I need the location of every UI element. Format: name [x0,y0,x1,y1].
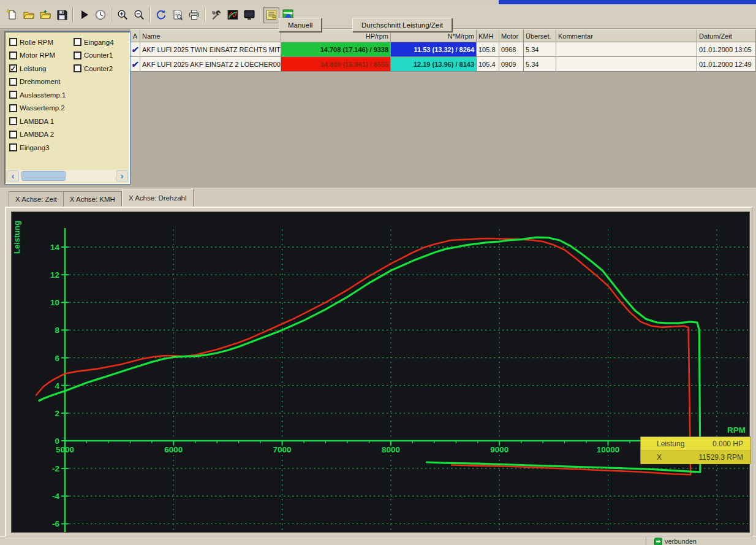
y-tick-label: -4 [52,492,59,501]
channel-column-1: Rolle RPMMotor RPM✓LeistungDrehmomentAus… [9,36,74,169]
print-preview-button[interactable] [169,7,186,23]
checkbox[interactable] [9,78,17,86]
save-button[interactable] [53,7,70,23]
open-folder-button[interactable] [20,7,37,23]
channel-label: Wassertemp.2 [20,104,65,112]
checkbox[interactable] [9,91,17,99]
y-tick-label: 12 [50,270,59,280]
checkbox[interactable] [9,131,17,139]
import-folder-button[interactable] [37,7,53,23]
zoom-in-button[interactable] [114,7,130,23]
kommentar-cell [556,57,697,72]
checkbox[interactable] [9,51,17,59]
status-segment [0,537,646,545]
tooltip-row-x: X 11529.3 RPM [641,451,750,464]
channel-label: Drehmoment [20,78,60,85]
row-selected-checkbox[interactable]: ✔ [130,42,140,57]
checkbox[interactable] [74,51,81,59]
zoom-out-button[interactable] [130,7,147,23]
checkbox[interactable] [9,104,17,112]
tab-x-achse-zeit[interactable]: X Achse: Zeit [9,191,64,207]
y-tick-label: 14 [50,243,60,252]
manuell-button[interactable]: Manuell [279,18,322,32]
checkbox[interactable] [74,38,81,46]
monitor-button[interactable] [241,7,257,23]
import-folder-icon [39,9,51,21]
channel-item-drehmoment[interactable]: Drehmoment [9,75,74,89]
channel-item-lambda-1[interactable]: LAMBDA 1 [9,115,74,128]
dyno-chart[interactable]: 14121086420-2-4-650006000700080009000100… [12,212,749,532]
table-row[interactable]: ✔AKF LUFI 2025 AKF EINSATZ 2 LOECHER0021… [130,57,756,72]
title-bar-fragment [499,0,756,4]
channel-item-auslasstemp-1[interactable]: Auslasstemp.1 [9,88,74,102]
column-header--berset-[interactable]: Überset. [524,29,556,42]
channel-item-counter1[interactable]: Counter1 [74,49,128,63]
print-preview-icon [172,9,184,21]
channel-horizontal-scrollbar[interactable]: ‹ › [7,170,128,182]
nm-rpm-cell: 11.53 (13.32) / 8264 [391,42,477,57]
channel-item-eingang3[interactable]: Eingang3 [9,141,74,154]
channel-item-rolle-rpm[interactable]: Rolle RPM [9,36,74,49]
tab-x-achse-kmh[interactable]: X Achse: KMH [64,191,122,207]
y-tick-label: 4 [55,381,59,391]
row-selected-checkbox[interactable]: ✔ [130,57,140,72]
new-file-button[interactable] [4,7,20,23]
channel-column-2: Eingang4Counter1Counter2 [74,36,128,169]
column-header-kmh[interactable]: KMH [477,29,499,42]
x-tick-label: 9000 [490,445,508,454]
y-tick-label: 6 [55,354,59,363]
channel-columns: Rolle RPMMotor RPM✓LeistungDrehmomentAus… [6,32,129,169]
column-header-motor[interactable]: Motor [499,29,524,42]
clock-button[interactable] [92,7,108,23]
x-tick-label: 6000 [164,445,183,454]
curves-button[interactable] [224,7,241,23]
checkbox[interactable] [74,64,81,72]
toolbar-separator [205,7,205,22]
notes-button[interactable] [263,7,279,23]
channel-item-eingang4[interactable]: Eingang4 [74,36,128,49]
channel-item-lambda-2[interactable]: LAMBDA 2 [9,128,74,142]
open-folder-icon [23,9,35,21]
channel-label: Auslasstemp.1 [20,91,66,99]
channel-item-wassertemp-2[interactable]: Wassertemp.2 [9,102,74,115]
refresh-button[interactable] [153,7,169,23]
print-icon [188,9,200,21]
table-row[interactable]: ✔AKF LUFI 2025 TWIN EINSATZ RECHTS MIT D… [130,42,756,57]
x-axis-tab-bar: X Achse: ZeitX Achse: KMHX Achse: Drehza… [0,188,756,207]
uebersetzung-cell: 5.34 [524,57,556,72]
x-tick-label: 7000 [273,445,292,454]
checkbox[interactable]: ✓ [9,64,17,72]
series-red [36,238,690,474]
tooltip-value: 0.000 HP [713,440,743,448]
nm-rpm-cell: 12.19 (13.96) / 8143 [391,57,477,72]
column-header-a[interactable]: A [130,29,140,42]
checkbox[interactable] [9,143,17,151]
channel-item-leistung[interactable]: ✓Leistung [9,62,74,75]
tools-button[interactable] [208,7,224,23]
column-header-name[interactable]: Name [140,29,281,42]
notes-icon [265,9,278,21]
tab-x-achse-drehzahl[interactable]: X Achse: Drehzahl [122,189,194,207]
column-header-datum-zeit[interactable]: Datum/Zeit [697,29,756,42]
channel-label: Rolle RPM [20,39,53,46]
x-tick-label: 8000 [382,445,400,454]
channel-label: Eingang4 [84,39,114,46]
print-button[interactable] [186,7,202,23]
main-toolbar: Manuell Durchschnitt Leistung/Zeit [0,4,756,29]
hp-rpm-cell: 14.708 (17.146) / 9338 [281,42,391,57]
toolbar-separator [260,7,260,22]
channel-item-motor-rpm[interactable]: Motor RPM [9,49,74,63]
scroll-left-arrow-icon[interactable]: ‹ [7,170,19,181]
channel-item-counter2[interactable]: Counter2 [74,62,128,75]
check-icon: ✔ [131,45,140,55]
scroll-right-arrow-icon[interactable]: › [116,170,128,181]
scrollbar-thumb[interactable] [21,171,66,181]
checkbox[interactable] [9,117,17,125]
play-button[interactable] [75,7,92,23]
column-header-kommentar[interactable]: Kommentar [556,29,697,42]
durchschnitt-leistung-zeit-button[interactable]: Durchschnitt Leistung/Zeit [352,18,452,32]
datum-zeit-cell: 01.01.2000 12:49 [697,57,756,72]
check-icon: ✔ [131,59,140,69]
dyno-plot-area[interactable]: 14121086420-2-4-650006000700080009000100… [11,212,750,533]
checkbox[interactable] [9,38,17,46]
